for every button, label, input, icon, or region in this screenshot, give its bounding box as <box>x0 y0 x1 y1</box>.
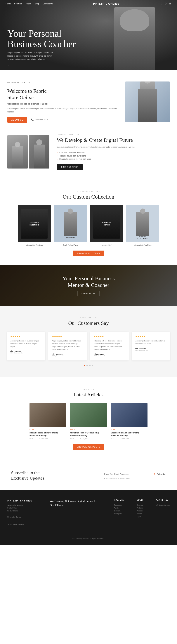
product-person-3 <box>136 212 149 236</box>
footer-menu-portfolio[interactable]: Portfolio <box>136 506 143 510</box>
product-card-1[interactable]: Motivation Small Yellow Purse <box>54 206 87 246</box>
testimonials-heading: Our Customers Say <box>4 320 173 326</box>
footer-menu-legal[interactable]: Legal <box>136 515 143 518</box>
article-0[interactable]: BLOG Mistaiken Idea of Denouncing Pleasu… <box>30 403 66 440</box>
footer-email[interactable]: info@yoursite.com <box>156 504 170 506</box>
develop-desc: Duis aute application theme next ipsum v… <box>57 146 170 148</box>
footer-menu-heading: Menu <box>136 499 143 501</box>
article-title-2: Mistaiken Idea of Denouncing Pleasure Pr… <box>110 432 148 437</box>
develop-heading: We Develop & Create Digital Future <box>57 137 170 143</box>
article-meta-2: Flirt Bowman · Oct 30, 2020 <box>110 438 148 440</box>
reviewer-title-0: CEO, Business Co. <box>10 352 42 354</box>
stars-2: ★★★★★ <box>94 335 125 338</box>
article-title-0: Mistaiken Idea of Denouncing Pleasure Pr… <box>30 432 66 437</box>
develop-image-1 <box>8 135 28 168</box>
footer-social-linkedin[interactable]: LinkedIn <box>114 510 124 512</box>
nav-item-features[interactable]: Features <box>14 2 22 5</box>
nav-item-shop[interactable]: Shop <box>35 2 40 5</box>
subscribe-button-label: Subscribe <box>157 473 166 475</box>
reviewer-name-3: Flirt Bowman <box>135 348 167 350</box>
article-category-2: BLOG <box>110 429 148 431</box>
testimonial-text-0: Adipiscing elit, sed do eiusmod tempus o… <box>10 340 42 348</box>
learn-more-button[interactable]: Learn More <box>77 291 100 296</box>
hero-subtitle: Adipiscing elit, sed do eiusmod tempus o… <box>8 51 55 61</box>
reviewer-title-3: CEO, Business Co. <box>135 350 167 351</box>
product-person-1 <box>64 212 77 236</box>
articles-heading: Latest Articles <box>8 392 170 398</box>
testimonials-grid: ★★★★★ Adipiscing elit, sed do eiusmod te… <box>4 332 173 360</box>
footer-menu-list: Services Portfolio Process Contact Legal <box>136 504 143 518</box>
article-meta-0: Flirt Bowman · Oct 30, 2020 <box>30 438 66 440</box>
testimonials-section-label: TESTIMONIALS <box>4 317 173 319</box>
footer-social-list: Facebook Twitter LinkedIn Instagram <box>114 504 124 515</box>
search-icon[interactable]: ⚲ <box>165 2 167 5</box>
footer-menu-process[interactable]: Process <box>136 510 143 512</box>
article-thumb-2 <box>110 403 148 427</box>
product-thumb-1: Motivation <box>54 206 87 242</box>
footer-social-instagram[interactable]: Instagram <box>114 512 124 515</box>
nav-item-contact[interactable]: Contact Us <box>43 2 53 5</box>
checklist-item-1: Exclusive Offers and discounts <box>57 151 170 154</box>
hero-section: Your Personal Business Coacher Adipiscin… <box>0 0 177 70</box>
nav-item-home[interactable]: Home <box>6 2 11 5</box>
navbar: Home Features Pages Shop Contact Us PHIL… <box>0 0 177 7</box>
welcome-heading: Welcome to Fabric Store Online <box>8 88 118 100</box>
dot-2[interactable] <box>89 365 90 366</box>
scroll-arrow[interactable]: ↓ <box>8 62 9 66</box>
hero-title: Your Personal Business Coacher <box>8 28 88 49</box>
about-us-button[interactable]: About Us <box>8 117 27 122</box>
product-card-2[interactable]: BusinessCoach Neckerchief <box>90 206 123 246</box>
collection-section: OPTIONAL SUBTITLE Our Custom Collection … <box>0 181 177 265</box>
article-meta-1: Flirt Bowman · Oct 30, 2020 <box>70 438 107 440</box>
subscribe-note: ★ We never share your personal details. <box>104 478 166 479</box>
product-card-0[interactable]: COACHINGQUESTIONS Minimalistic Earrings <box>18 206 51 246</box>
footer-menu-contact[interactable]: Contact <box>136 512 143 515</box>
dot-0[interactable] <box>84 365 85 366</box>
banner-title: Your Personal BusinessMentor & Coacher <box>62 275 115 288</box>
product-thumb-3: ActiveCoaching <box>126 206 159 242</box>
subscribe-email-input[interactable] <box>104 472 152 476</box>
nav-links: Home Features Pages Shop Contact Us <box>6 2 53 5</box>
product-card-3[interactable]: ActiveCoaching Minimalistic Necklace <box>126 206 159 246</box>
find-out-more-button[interactable]: Find Out More <box>57 164 83 170</box>
menu-icon[interactable]: ☰ <box>169 2 172 5</box>
welcome-actions: About Us 📞 0 890 555 24 76 <box>8 117 118 122</box>
browse-all-button[interactable]: Browse All Items <box>73 250 104 256</box>
article-2[interactable]: BLOG Mistaiken Idea of Denouncing Pleasu… <box>110 403 148 440</box>
footer-social-twitter[interactable]: Twitter <box>114 506 124 510</box>
subscribe-button[interactable]: ✈ Subscribe <box>154 473 166 476</box>
testimonial-3: ★★★★★ Adipiscing elit, sed t occidunt ut… <box>132 332 170 360</box>
article-1[interactable]: BLOG Mistaiken Idea of Denouncing Pleasu… <box>70 403 107 440</box>
develop-text-block: OPTIONAL SUBTITLE We Develop & Create Di… <box>57 134 170 170</box>
article-thumb-1 <box>70 403 107 427</box>
subscribe-title-block: Subscribe to theExclusive Updates! <box>11 470 46 481</box>
product-name-3: Minimalistic Necklace <box>126 244 159 246</box>
nav-item-pages[interactable]: Pages <box>26 2 31 5</box>
browse-all-wrap: Browse All Items <box>8 250 170 256</box>
footer-social-facebook[interactable]: Facebook <box>114 504 124 506</box>
testimonial-text-2: Adipiscing elit, sed do eiusmod tempus o… <box>94 340 125 351</box>
footer-social-heading: Socials <box>114 499 124 501</box>
dot-3[interactable] <box>92 365 93 366</box>
mentor-banner: Your Personal BusinessMentor & Coacher L… <box>0 265 177 306</box>
articles-section-label: OUR BLOG <box>8 388 170 390</box>
articles-section: OUR BLOG Latest Articles BLOG Mistaiken … <box>0 378 177 461</box>
footer-menu-services[interactable]: Services <box>136 504 143 506</box>
stars-0: ★★★★★ <box>10 335 42 338</box>
footer-contact-list: info@yoursite.com <box>156 504 170 506</box>
dot-1[interactable] <box>86 365 88 366</box>
browse-posts-button[interactable]: Browse All Posts <box>73 444 104 450</box>
checklist-item-2: Tips and advice from our experts <box>57 154 170 158</box>
footer-brand: PHILIP JAYMES We Develop & CreateDigital… <box>8 499 37 512</box>
browse-posts-wrap: Browse All Posts <box>8 444 170 450</box>
footer-newsletter-input[interactable] <box>8 523 37 526</box>
carousel-dots <box>4 365 173 366</box>
footer-brand-desc: We Develop & CreateDigital Futurefor Our… <box>8 504 37 512</box>
product-name-1: Small Yellow Purse <box>54 244 87 246</box>
user-icon[interactable]: ☉ <box>160 2 162 5</box>
develop-image-2 <box>29 135 50 168</box>
product-name-0: Minimalistic Earrings <box>18 244 51 246</box>
article-title-1: Mistaiken Idea of Denouncing Pleasure Pr… <box>70 432 107 437</box>
site-logo: PHILIP JAYMES <box>93 2 120 5</box>
footer-contact-col: Say Hello info@yoursite.com <box>156 499 170 526</box>
